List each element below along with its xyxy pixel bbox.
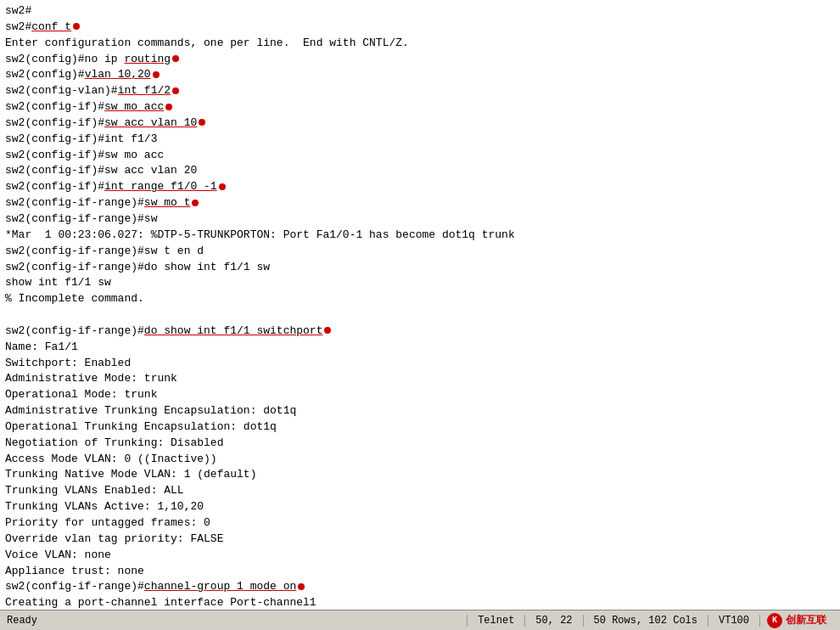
status-vt-label: VT100	[708, 615, 760, 627]
status-cursor-pos: 50, 22	[525, 615, 583, 627]
logo-icon: K	[767, 613, 782, 628]
status-bar: Ready Telnet 50, 22 50 Rows, 102 Cols VT…	[0, 610, 840, 630]
terminal-body[interactable]: sw2# sw2#conf t Enter configuration comm…	[0, 0, 840, 610]
status-ready-label: Ready	[7, 615, 467, 627]
status-logo: K 创新互联	[760, 613, 833, 628]
logo-text: 创新互联	[786, 613, 826, 627]
status-telnet-label: Telnet	[467, 615, 525, 627]
terminal-window: sw2# sw2#conf t Enter configuration comm…	[0, 0, 840, 630]
terminal-content: sw2# sw2#conf t Enter configuration comm…	[5, 3, 835, 610]
status-size: 50 Rows, 102 Cols	[584, 615, 708, 627]
line-1: sw2# sw2#conf t Enter configuration comm…	[5, 4, 515, 610]
